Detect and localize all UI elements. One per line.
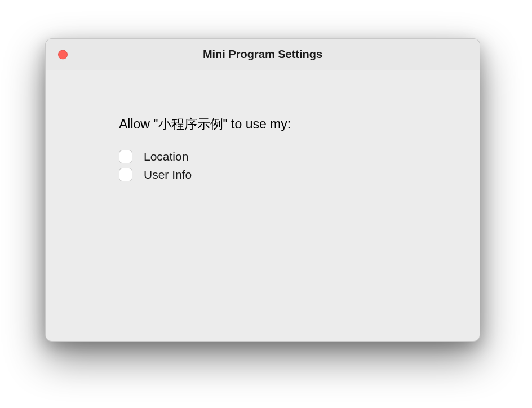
window-titlebar: Mini Program Settings [46, 39, 480, 70]
window-title: Mini Program Settings [46, 48, 480, 61]
settings-content: Allow "小程序示例" to use my: Location User I… [46, 70, 480, 181]
checkbox-location[interactable] [119, 150, 132, 163]
permission-label-user-info: User Info [144, 168, 192, 181]
permission-row-user-info: User Info [119, 168, 412, 181]
checkbox-user-info[interactable] [119, 168, 132, 181]
permission-row-location: Location [119, 150, 412, 163]
permission-list: Location User Info [119, 150, 412, 181]
settings-window: Mini Program Settings Allow "小程序示例" to u… [45, 38, 480, 342]
permission-prompt: Allow "小程序示例" to use my: [119, 116, 412, 133]
close-button[interactable] [58, 50, 68, 59]
permission-label-location: Location [144, 150, 188, 163]
